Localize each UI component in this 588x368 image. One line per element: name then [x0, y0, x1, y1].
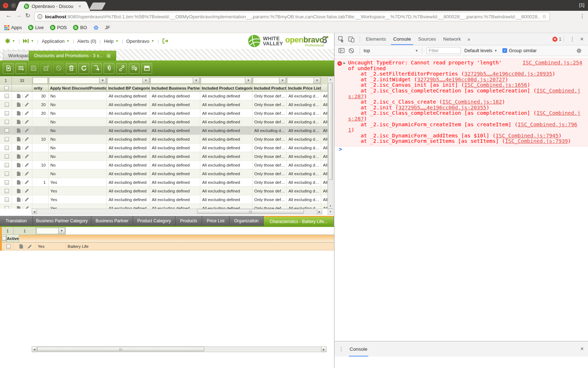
record-icon[interactable] [17, 171, 21, 176]
column-header[interactable]: Included Products [252, 85, 287, 92]
filter-input-col6[interactable]: ▼ [201, 77, 252, 84]
row-checkbox[interactable] [5, 180, 9, 185]
column-header[interactable]: Include Price Lists [287, 85, 321, 92]
page-horizontal-scrollbar[interactable]: ◀ ▶ [32, 346, 328, 352]
table-row[interactable]: |NoAll excluding definedAll excluding de… [0, 126, 328, 135]
child-tab-business-partner[interactable]: Business Partner [91, 216, 133, 226]
context-selector[interactable]: top ▼ [362, 48, 420, 53]
console-settings-gear-icon[interactable] [575, 47, 583, 55]
refresh-button[interactable] [78, 63, 89, 74]
bookmark-live[interactable]: bLive [28, 25, 44, 30]
column-header-active[interactable]: Active [7, 235, 19, 242]
record-icon[interactable] [17, 163, 21, 168]
filter-input-col4[interactable]: ▼ [107, 77, 149, 84]
table-row[interactable]: |20NoAll excluding definedAll excluding … [0, 100, 328, 109]
child-tab-products[interactable]: Products [176, 216, 202, 226]
child-tab-translation[interactable]: Translation [0, 216, 33, 226]
bookmark-settings[interactable] [93, 25, 99, 31]
browser-tab[interactable]: b Openbravo - Discou × [21, 1, 85, 11]
more-tabs-icon[interactable]: » [465, 36, 473, 42]
application-menu[interactable]: Application▼ [42, 38, 70, 44]
drawer-menu-icon[interactable]: ⋮ [339, 346, 344, 352]
scroll-corner[interactable]: ▼ [328, 209, 333, 215]
close-icon[interactable]: x [106, 54, 111, 58]
table-row[interactable]: |10NoAll excluding definedAll excluding … [0, 135, 328, 144]
info-icon[interactable] [37, 14, 42, 19]
edit-pencil-icon[interactable] [24, 163, 29, 167]
edit-pencil-icon[interactable] [24, 137, 29, 141]
child-tab-organization[interactable]: Organization [229, 216, 264, 226]
record-icon[interactable] [17, 128, 21, 133]
scroll-down-icon[interactable]: ▼ [328, 205, 333, 207]
record-icon[interactable] [17, 119, 21, 124]
clear-console-icon[interactable] [347, 47, 355, 55]
edit-pencil-icon[interactable] [24, 154, 29, 159]
table-row[interactable]: |NoAll excluding definedAll excluding de… [0, 152, 328, 161]
child-tab-price-list[interactable]: Price List [202, 216, 229, 226]
back-icon[interactable]: ← [6, 12, 12, 19]
record-icon[interactable] [17, 197, 21, 202]
devtools-menu-icon[interactable]: ⋮ [566, 36, 579, 42]
record-icon[interactable] [17, 154, 21, 159]
attachment-button[interactable] [104, 63, 114, 74]
apps-bookmark[interactable]: Apps [4, 25, 22, 30]
tab-close-icon[interactable]: × [78, 4, 81, 9]
bookmark-bo[interactable]: bBO [73, 25, 87, 30]
row-checkbox[interactable] [5, 197, 9, 202]
table-row[interactable]: |YesAll excluding definedAll excluding d… [0, 187, 328, 195]
filter-input-col2[interactable] [33, 77, 48, 84]
record-icon[interactable] [17, 111, 21, 116]
bookmark-pos[interactable]: bPOS [50, 25, 67, 30]
tab-discounts-promotions[interactable]: Discounts and Promotions - 3 x...x [29, 51, 116, 60]
column-header[interactable]: Apply Next Discount/Promotion [49, 85, 107, 92]
export-button[interactable] [91, 63, 102, 74]
table-row[interactable]: |NoAll excluding definedAll excluding de… [0, 118, 328, 126]
console-error-entry[interactable]: ✕ ▶ Uncaught TypeError: Cannot read prop… [334, 58, 588, 146]
window-minimize-button[interactable]: − [11, 3, 16, 8]
select-all-checkbox[interactable] [4, 86, 9, 90]
row-checkbox[interactable] [5, 103, 9, 107]
drawer-tab-console[interactable]: Console [349, 342, 368, 356]
new-record-button[interactable] [3, 63, 14, 74]
select-all-checkbox[interactable] [2, 236, 6, 241]
stack-frame-link[interactable]: ISC_Combined.js:7945 [496, 133, 559, 138]
filter-input-col7[interactable]: ▼ [253, 77, 286, 84]
console-sidebar-icon[interactable] [337, 47, 345, 55]
filter-input-col8[interactable]: ▼ [287, 77, 320, 84]
table-row[interactable]: |10NoAll excluding definedAll excluding … [0, 161, 328, 169]
audit-button[interactable] [129, 63, 140, 74]
table-row[interactable]: |20NoAll excluding definedAll excluding … [0, 109, 328, 118]
edit-pencil-icon[interactable] [24, 119, 29, 124]
row-checkbox[interactable] [5, 163, 9, 167]
row-checkbox[interactable] [5, 189, 9, 193]
view-toggle-button[interactable] [141, 63, 152, 74]
chevron-down-icon[interactable]: ▼ [58, 228, 65, 234]
console-filter-input[interactable] [427, 47, 461, 54]
stack-frame-link[interactable]: ISC_Combined.js:7961 [348, 122, 577, 133]
error-badge[interactable]: ✕ 1 [552, 37, 561, 42]
scroll-left-icon[interactable]: ◀ [32, 209, 37, 214]
scroll-left-icon[interactable]: ◀ [32, 346, 37, 352]
help-menu[interactable]: Help▼ [104, 38, 119, 44]
chevron-down-icon[interactable]: ▼ [314, 78, 320, 83]
scroll-right-icon[interactable]: ▶ [317, 209, 322, 214]
devtools-tab-console[interactable]: Console [389, 33, 415, 45]
row-checkbox[interactable] [5, 206, 9, 209]
row-checkbox[interactable] [5, 128, 9, 133]
row-checkbox[interactable] [6, 244, 11, 249]
scrollbar-thumb[interactable] [37, 347, 204, 351]
workspace-star-menu[interactable]: ✱▼ [5, 37, 15, 45]
edit-pencil-icon[interactable] [27, 244, 32, 249]
stack-frame-link[interactable]: ISC_Combined.js:287 [348, 88, 580, 99]
quick-launch-menu[interactable]: ▼ [23, 39, 34, 43]
edit-pencil-icon[interactable] [24, 197, 29, 202]
edit-pencil-icon[interactable] [24, 111, 29, 115]
error-source-link[interactable]: ISC_Combined.js:254 [523, 60, 582, 66]
record-icon[interactable] [17, 188, 21, 194]
stack-frame-link[interactable]: 32729b5……4e196cc00d.js:20727 [417, 77, 505, 82]
child-tab-characteristics-battery-life[interactable]: Characteristics - Battery Life... [264, 216, 334, 226]
row-checkbox[interactable] [5, 137, 9, 141]
stack-frame-link[interactable]: ISC_Combined.js:182 [442, 99, 502, 105]
table-row[interactable]: |1YesAll excluding definedAll excluding … [0, 178, 328, 187]
subgrid-filter-active[interactable]: ▼ [36, 228, 65, 234]
